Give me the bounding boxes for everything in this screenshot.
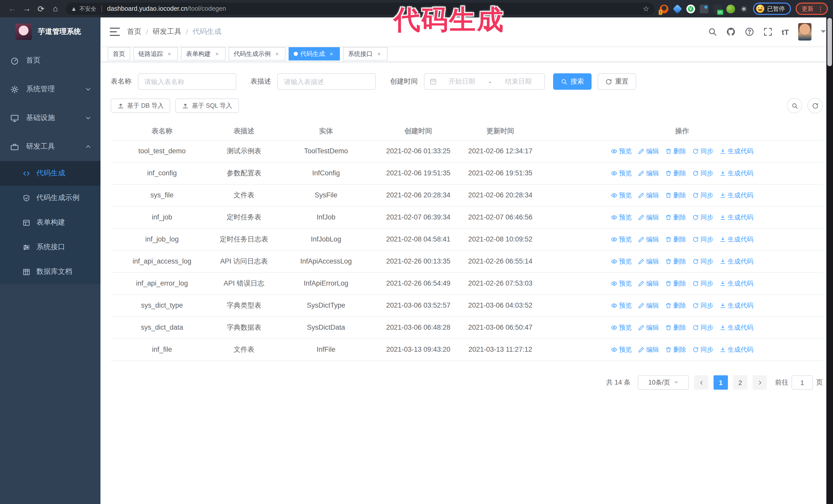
preview-link[interactable]: 预览 <box>611 322 632 333</box>
generate-code-link[interactable]: 生成代码 <box>719 256 753 267</box>
extension-icon-v[interactable]: V <box>686 4 695 13</box>
profile-paused-chip[interactable]: 已暂停 <box>753 3 791 15</box>
extension-icon-tabs[interactable] <box>699 4 708 13</box>
preview-link[interactable]: 预览 <box>611 256 632 267</box>
edit-link[interactable]: 编辑 <box>638 344 659 355</box>
sync-link[interactable]: 同步 <box>692 256 713 267</box>
generate-code-link[interactable]: 生成代码 <box>719 190 753 201</box>
generate-code-link[interactable]: 生成代码 <box>719 234 753 245</box>
edit-link[interactable]: 编辑 <box>638 256 659 267</box>
delete-link[interactable]: 删除 <box>665 146 686 157</box>
generate-code-link[interactable]: 生成代码 <box>719 322 753 333</box>
close-icon[interactable]: × <box>166 50 173 57</box>
user-avatar[interactable] <box>798 23 811 41</box>
import-db-button[interactable]: 基于 DB 导入 <box>111 98 170 113</box>
delete-link[interactable]: 删除 <box>665 234 686 245</box>
sidebar-item-devtools[interactable]: 研发工具 <box>0 132 100 161</box>
date-range-picker[interactable]: 开始日期 - 结束日期 <box>424 73 545 90</box>
delete-link[interactable]: 删除 <box>665 212 686 223</box>
fullscreen-icon[interactable] <box>763 27 772 37</box>
generate-code-link[interactable]: 生成代码 <box>719 212 753 223</box>
hamburger-menu-icon[interactable] <box>110 28 120 36</box>
preview-link[interactable]: 预览 <box>611 168 632 179</box>
delete-link[interactable]: 删除 <box>665 168 686 179</box>
bookmark-star-icon[interactable]: ☆ <box>643 5 649 13</box>
close-icon[interactable]: × <box>274 50 280 57</box>
sidebar-item-codegen[interactable]: 代码生成 <box>0 161 100 186</box>
breadcrumb-home[interactable]: 首页 <box>127 27 142 37</box>
show-search-button[interactable] <box>787 98 802 113</box>
sync-link[interactable]: 同步 <box>692 168 713 179</box>
next-page-button[interactable] <box>753 375 767 390</box>
scrollbar-thumb[interactable] <box>827 18 832 66</box>
address-bar[interactable]: ▲ 不安全 dashboard.yudao.iocoder.cn/tool/co… <box>66 3 654 15</box>
sync-link[interactable]: 同步 <box>692 300 713 311</box>
sync-link[interactable]: 同步 <box>692 234 713 245</box>
edit-link[interactable]: 编辑 <box>638 234 659 245</box>
sync-link[interactable]: 同步 <box>692 190 713 201</box>
sidebar-item-home[interactable]: 首页 <box>0 46 100 75</box>
github-icon[interactable] <box>727 27 736 37</box>
delete-link[interactable]: 删除 <box>665 256 686 267</box>
sidebar-item-codegen-demo[interactable]: 代码生成示例 <box>0 186 100 210</box>
sidebar-logo-row[interactable]: 芋道管理系统 <box>0 18 100 46</box>
extensions-puzzle-icon[interactable]: ✳ <box>739 4 748 13</box>
extension-icon-frog[interactable] <box>726 4 735 13</box>
sync-link[interactable]: 同步 <box>692 278 713 289</box>
tab-codegen[interactable]: 代码生成× <box>289 47 340 61</box>
generate-code-link[interactable]: 生成代码 <box>719 278 753 289</box>
extension-icon-gem[interactable] <box>672 4 682 14</box>
delete-link[interactable]: 删除 <box>665 344 686 355</box>
browser-forward-icon[interactable]: → <box>20 2 34 16</box>
sync-link[interactable]: 同步 <box>692 212 713 223</box>
browser-reload-icon[interactable]: ⟳ <box>34 2 48 16</box>
sidebar-item-system-api[interactable]: 系统接口 <box>0 235 100 259</box>
preview-link[interactable]: 预览 <box>611 234 632 245</box>
sidebar-item-system[interactable]: 系统管理 <box>0 75 100 103</box>
browser-home-icon[interactable]: ⌂ <box>48 2 63 16</box>
tab-home[interactable]: 首页 <box>108 47 130 61</box>
tab-codegen-demo[interactable]: 代码生成示例× <box>229 47 286 61</box>
browser-menu-kebab-icon[interactable]: ⋮ <box>817 5 824 13</box>
edit-link[interactable]: 编辑 <box>638 212 659 223</box>
generate-code-link[interactable]: 生成代码 <box>719 146 753 157</box>
preview-link[interactable]: 预览 <box>611 146 632 157</box>
goto-page-input[interactable] <box>791 375 813 390</box>
preview-link[interactable]: 预览 <box>611 190 632 201</box>
delete-link[interactable]: 删除 <box>665 300 686 311</box>
edit-link[interactable]: 编辑 <box>638 190 659 201</box>
sync-link[interactable]: 同步 <box>692 322 713 333</box>
font-size-icon[interactable]: tT <box>782 27 789 36</box>
generate-code-link[interactable]: 生成代码 <box>719 168 753 179</box>
delete-link[interactable]: 删除 <box>665 322 686 333</box>
table-name-input[interactable] <box>138 73 236 90</box>
import-sql-button[interactable]: 基于 SQL 导入 <box>175 98 239 113</box>
sync-link[interactable]: 同步 <box>692 344 713 355</box>
preview-link[interactable]: 预览 <box>611 278 632 289</box>
extension-icon-orange[interactable]: 1 <box>660 4 668 13</box>
search-icon[interactable] <box>708 27 717 37</box>
prev-page-button[interactable] <box>694 375 709 390</box>
tab-system-api[interactable]: 系统接口× <box>343 47 387 61</box>
table-desc-input[interactable] <box>277 73 376 90</box>
preview-link[interactable]: 预览 <box>611 212 632 223</box>
close-icon[interactable]: × <box>214 50 220 57</box>
page-button-1[interactable]: 1 <box>714 375 728 390</box>
close-icon[interactable]: × <box>376 50 382 57</box>
sidebar-item-infra[interactable]: 基础设施 <box>0 103 100 132</box>
close-icon[interactable]: × <box>328 50 335 57</box>
sync-link[interactable]: 同步 <box>692 146 713 157</box>
tab-form-builder[interactable]: 表单构建× <box>181 47 225 61</box>
reset-button[interactable]: 重置 <box>598 73 636 90</box>
not-secure-warning[interactable]: ▲ 不安全 <box>71 5 96 13</box>
browser-back-icon[interactable]: ← <box>5 2 20 16</box>
edit-link[interactable]: 编辑 <box>638 168 659 179</box>
extension-icon-dark[interactable]: on <box>713 4 721 13</box>
avatar-caret-icon[interactable] <box>821 30 826 35</box>
preview-link[interactable]: 预览 <box>611 300 632 311</box>
delete-link[interactable]: 删除 <box>665 190 686 201</box>
generate-code-link[interactable]: 生成代码 <box>719 344 753 355</box>
delete-link[interactable]: 删除 <box>665 278 686 289</box>
edit-link[interactable]: 编辑 <box>638 278 659 289</box>
browser-update-button[interactable]: 更新 ⋮ <box>795 3 828 15</box>
